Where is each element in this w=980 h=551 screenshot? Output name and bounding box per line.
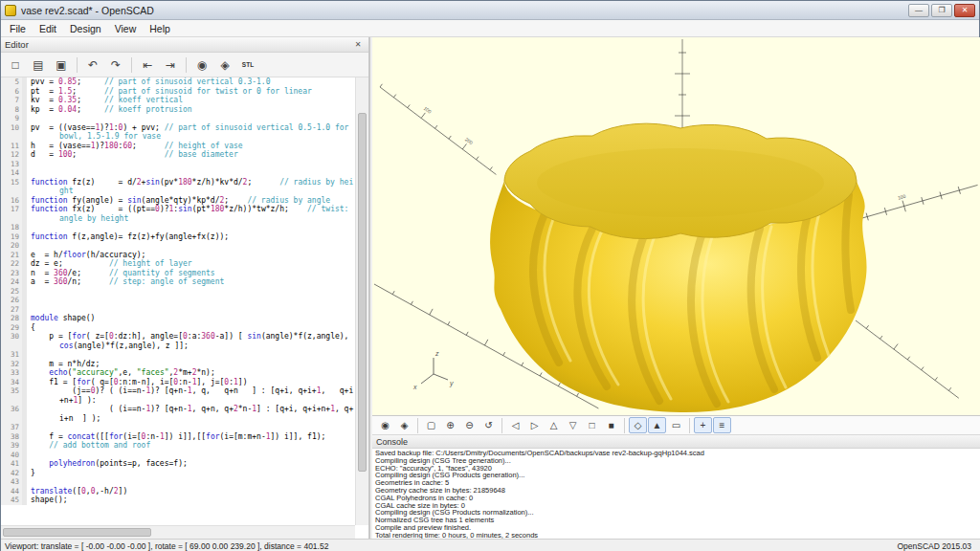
view-diagonal-button[interactable]: ◇ xyxy=(629,417,647,433)
right-panel: 100 200 xyxy=(372,37,980,539)
export-stl-button[interactable]: STL xyxy=(237,55,258,75)
console-message: Compiling design (CSG Products generatio… xyxy=(375,472,978,479)
view-left-button[interactable]: ◁ xyxy=(506,417,524,433)
code-line[interactable]: 40 xyxy=(1,451,355,460)
code-line[interactable]: 7kv = 0.35; // koeff vertical xyxy=(1,96,355,105)
code-line[interactable]: 15function fz(z) = d/2+sin(pv*180*z/h)*k… xyxy=(1,178,355,196)
main-area: Editor ✕ □▤▣↶↷⇤⇥◉◈STL 5pvv = 0.85; // pa… xyxy=(1,37,980,539)
save-file-button[interactable]: ▣ xyxy=(51,55,72,75)
code-line[interactable]: 16function fy(angle) = sin(angle*qty)*kp… xyxy=(1,196,355,206)
view-top-button[interactable]: △ xyxy=(545,417,563,433)
console-panel-header[interactable]: Console xyxy=(372,435,980,449)
code-line[interactable]: 13 xyxy=(1,160,355,169)
code-line[interactable]: 6pt = 1.5; // part of sinusoid for twist… xyxy=(1,87,355,97)
editor-panel-title: Editor xyxy=(5,39,351,50)
code-line[interactable]: 18 xyxy=(1,223,355,232)
code-editor[interactable]: 5pvv = 0.85; // part of sinusoid vertica… xyxy=(1,77,355,525)
minimize-button[interactable]: — xyxy=(908,4,929,17)
scrollbar-thumb[interactable] xyxy=(358,113,367,471)
toolbar-separator xyxy=(417,418,418,433)
code-line[interactable]: 31 xyxy=(1,350,355,360)
orthogonal-button[interactable]: ▭ xyxy=(667,417,685,433)
scrollbar-thumb[interactable] xyxy=(3,528,151,537)
code-line[interactable]: 25 xyxy=(1,287,355,297)
editor-horizontal-scrollbar[interactable] xyxy=(1,525,355,539)
maximize-button[interactable]: ❐ xyxy=(931,4,952,17)
code-line[interactable]: 45shape(); xyxy=(1,496,355,505)
code-line[interactable]: 22dz = e; // height of layer xyxy=(1,259,355,269)
zoom-all-button[interactable]: ▢ xyxy=(422,417,440,433)
view-right-button[interactable]: ▷ xyxy=(525,417,544,433)
code-line[interactable]: 21e = h/floor(h/accuracy); xyxy=(1,251,355,260)
reset-view-button[interactable]: ↺ xyxy=(479,417,498,433)
view-bottom-button[interactable]: ▽ xyxy=(564,417,582,433)
code-line[interactable]: 12d = 100; // base diameter xyxy=(1,150,355,160)
editor-close-icon[interactable]: ✕ xyxy=(351,40,365,49)
code-line[interactable]: 28module shape() xyxy=(1,314,355,323)
line-number: 36 xyxy=(1,405,22,423)
code-line[interactable]: 27 xyxy=(1,305,355,315)
line-number: 26 xyxy=(1,296,22,305)
code-line[interactable]: 44translate([0,0,-h/2]) xyxy=(1,487,355,496)
line-number: 21 xyxy=(1,251,22,260)
undo-button[interactable]: ↶ xyxy=(82,55,103,75)
code-line[interactable]: 42} xyxy=(1,469,355,478)
show-scale-markers-button[interactable]: ≡ xyxy=(713,417,731,433)
code-line[interactable]: 34 f1 = [for( q=[0:n:m-n], i=[0:n-1], j=… xyxy=(1,378,355,387)
zoom-in-button[interactable]: ⊕ xyxy=(441,417,459,433)
code-line[interactable]: 11h = (vase==1)?180:60; // height of vas… xyxy=(1,142,355,151)
indent-button[interactable]: ⇥ xyxy=(160,55,181,75)
menu-item-file[interactable]: File xyxy=(3,21,33,36)
preview-button[interactable]: ◉ xyxy=(376,417,394,433)
line-number: 16 xyxy=(1,196,22,206)
code-line[interactable]: 10pv = ((vase==1)?1:0) + pvv; // part of… xyxy=(1,123,355,142)
view-back-button[interactable]: ■ xyxy=(602,417,620,433)
new-file-button[interactable]: □ xyxy=(5,55,26,75)
code-line[interactable]: 5pvv = 0.85; // part of sinusoid vertica… xyxy=(1,77,355,87)
editor-panel-header[interactable]: Editor ✕ xyxy=(1,37,368,53)
render-button[interactable]: ◈ xyxy=(214,55,235,75)
line-number: 7 xyxy=(1,96,22,105)
line-number: 38 xyxy=(1,432,22,442)
zoom-out-button[interactable]: ⊖ xyxy=(460,417,479,433)
close-button[interactable]: ✕ xyxy=(954,4,975,17)
code-line[interactable]: 8kp = 0.04; // koeff protrusion xyxy=(1,105,355,115)
code-line[interactable]: 24a = 360/n; // step: angle of segment xyxy=(1,277,355,287)
code-line[interactable]: 38 f = concat([[for(i=[0:n-1]) i]],[[for… xyxy=(1,432,355,442)
3d-viewport[interactable]: 100 200 xyxy=(372,37,980,416)
code-line[interactable]: 32 m = n*h/dz; xyxy=(1,360,355,369)
line-number: 27 xyxy=(1,305,22,315)
axis-label-x: x xyxy=(412,384,417,390)
menu-item-help[interactable]: Help xyxy=(143,21,177,36)
redo-button[interactable]: ↷ xyxy=(105,55,126,75)
menu-item-edit[interactable]: Edit xyxy=(33,21,63,36)
code-line[interactable]: 37 xyxy=(1,423,355,432)
preview-button[interactable]: ◉ xyxy=(191,55,212,75)
code-line[interactable]: 39 // add bottom and roof xyxy=(1,441,355,451)
code-line[interactable]: 35 (j==0)? ( (i==n-1)? [q+n-1, q, q+n ] … xyxy=(1,386,355,405)
code-line[interactable]: 9 xyxy=(1,114,355,123)
show-axes-button[interactable]: + xyxy=(694,417,712,433)
code-line[interactable]: 26 xyxy=(1,296,355,305)
code-line[interactable]: 29{ xyxy=(1,323,355,333)
code-line[interactable]: 30 p = [for( z=[0:dz:h], angle=[0:a:360-… xyxy=(1,332,355,350)
code-line[interactable]: 14 xyxy=(1,168,355,178)
unindent-button[interactable]: ⇤ xyxy=(137,55,158,75)
perspective-button[interactable]: ▲ xyxy=(648,417,666,433)
code-line[interactable]: 20 xyxy=(1,241,355,251)
code-line[interactable]: 23n = 360/e; // quantity of segments xyxy=(1,269,355,278)
code-line[interactable]: 36 ( (i==n-1)? [q+n-1, q+n, q+2*n-1] : [… xyxy=(1,405,355,423)
code-line[interactable]: 17function fx(z) = ((pt==0)?1:sin(pt*180… xyxy=(1,205,355,223)
code-line[interactable]: 33 echo("accuracy",e, "faces",2*m+2*n); xyxy=(1,368,355,378)
open-file-button[interactable]: ▤ xyxy=(28,55,49,75)
code-line[interactable]: 41 polyhedron(points=p, faces=f); xyxy=(1,459,355,469)
editor-vertical-scrollbar[interactable] xyxy=(355,77,368,525)
code-line[interactable]: 19function f(z,angle)= fz(z)+fy(angle+fx… xyxy=(1,232,355,242)
menu-item-view[interactable]: View xyxy=(108,21,144,36)
code-line[interactable]: 43 xyxy=(1,477,355,487)
menu-item-design[interactable]: Design xyxy=(63,21,108,36)
code-text: dz = e; // height of layer xyxy=(27,259,355,269)
view-front-button[interactable]: □ xyxy=(583,417,601,433)
render-button[interactable]: ◈ xyxy=(395,417,413,433)
console-log[interactable]: Saved backup file: C:/Users/Dmitry/Docum… xyxy=(372,449,980,539)
